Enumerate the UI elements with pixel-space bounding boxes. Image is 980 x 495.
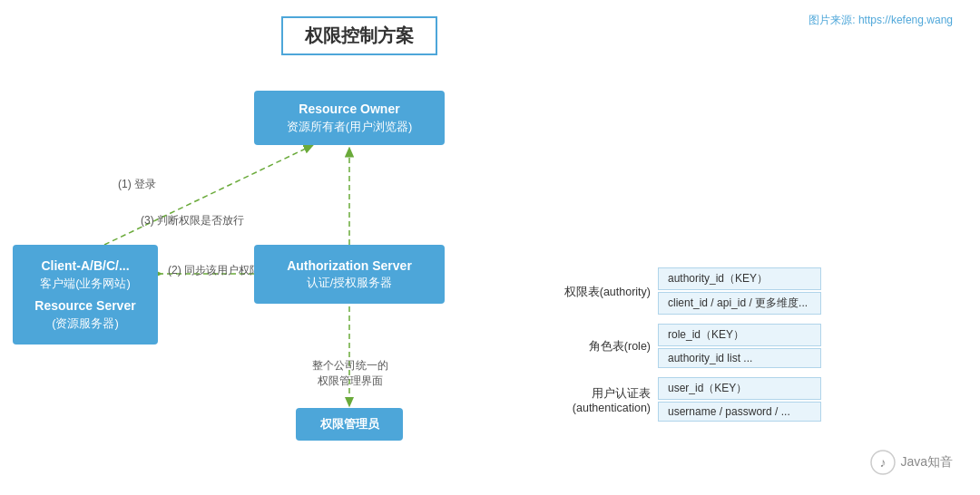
svg-line-3 xyxy=(104,145,313,245)
resource-owner-sub: 资源所有者(用户浏览器) xyxy=(287,119,413,135)
arrow-label-3: (3) 判断权限是否放行 xyxy=(141,213,244,228)
authority-row2: client_id / api_id / 更多维度... xyxy=(658,292,821,315)
auth-row1: user_id（KEY） xyxy=(658,377,821,400)
role-label: 角色表(role) xyxy=(522,339,658,354)
table-row-authority: 权限表(authority) authority_id（KEY） client_… xyxy=(522,267,821,316)
client-line2: 客户端(业务网站) xyxy=(40,276,131,292)
role-detail: role_id（KEY） authority_id list ... xyxy=(658,324,821,370)
role-row2: authority_id list ... xyxy=(658,348,821,368)
resource-owner-main: Resource Owner xyxy=(299,101,399,119)
role-row1: role_id（KEY） xyxy=(658,324,821,346)
svg-text:♪: ♪ xyxy=(880,455,887,470)
source-prefix: 图片来源: xyxy=(808,14,858,26)
auth-server-main: Authorization Server xyxy=(287,257,412,276)
source-link: 图片来源: https://kefeng.wang xyxy=(808,13,953,28)
diagram-container: 权限控制方案 图片来源: https://kefeng.wang (1) 登录 xyxy=(0,0,980,495)
source-url: https://kefeng.wang xyxy=(858,14,953,26)
admin-box: 权限管理员 xyxy=(296,408,403,441)
client-line3: Resource Server xyxy=(34,297,135,315)
title-box: 权限控制方案 xyxy=(281,16,437,55)
client-line1: Client-A/B/C/... xyxy=(41,257,129,276)
auth-row2: username / password / ... xyxy=(658,402,821,422)
table-row-role: 角色表(role) role_id（KEY） authority_id list… xyxy=(522,324,821,370)
java-logo-icon: ♪ xyxy=(870,450,896,475)
table-row-auth: 用户认证表(authentication) user_id（KEY） usern… xyxy=(522,377,821,423)
admin-label: 整个公司统一的 权限管理界面 xyxy=(296,358,405,389)
authority-label: 权限表(authority) xyxy=(522,285,658,300)
client-line4: (资源服务器) xyxy=(52,315,119,332)
authority-detail: authority_id（KEY） client_id / api_id / 更… xyxy=(658,267,821,316)
auth-label: 用户认证表(authentication) xyxy=(522,386,658,414)
java-logo: ♪ Java知音 xyxy=(870,450,953,475)
auth-detail: user_id（KEY） username / password / ... xyxy=(658,377,821,423)
authority-row1: authority_id（KEY） xyxy=(658,267,821,290)
java-logo-text: Java知音 xyxy=(900,454,953,471)
arrow-label-1: (1) 登录 xyxy=(118,177,156,192)
auth-server-box: Authorization Server 认证/授权服务器 xyxy=(254,245,445,304)
admin-label-text: 权限管理员 xyxy=(320,416,379,432)
client-box: Client-A/B/C/... 客户端(业务网站) Resource Serv… xyxy=(13,245,158,345)
auth-server-sub: 认证/授权服务器 xyxy=(307,275,393,291)
resource-owner-box: Resource Owner 资源所有者(用户浏览器) xyxy=(254,91,445,145)
title-text: 权限控制方案 xyxy=(305,25,414,45)
table-section: 权限表(authority) authority_id（KEY） client_… xyxy=(522,267,821,431)
